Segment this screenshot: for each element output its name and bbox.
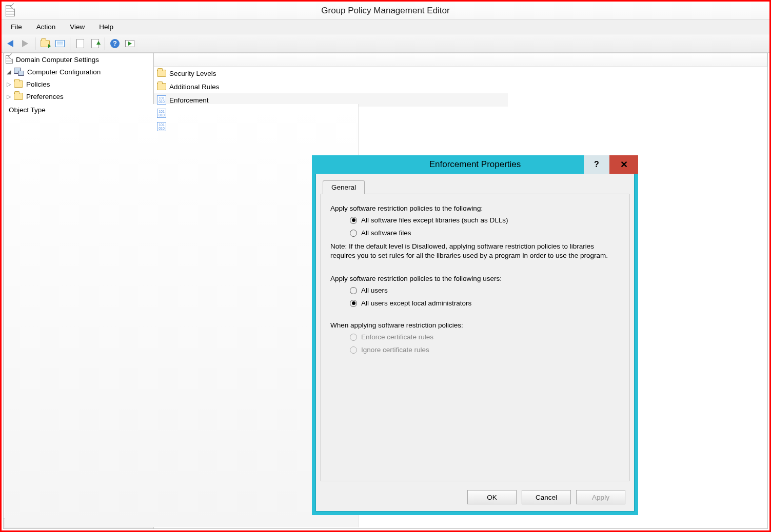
menu-bar: File Action View Help [2, 20, 769, 34]
radio-ignore-certificate-rules: Ignore certificate rules [350, 346, 620, 354]
expand-icon[interactable]: ▷ [6, 93, 12, 99]
apply-button: Apply [576, 490, 625, 504]
radio-icon [350, 230, 357, 237]
tree-computer-configuration[interactable]: ◢ Computer Configuration [4, 66, 153, 78]
export-button[interactable] [88, 37, 102, 50]
radio-icon [350, 287, 357, 294]
radio-all-users-except-admins[interactable]: All users except local administrators [350, 299, 620, 307]
list-item-label: Enforcement [169, 96, 209, 104]
title-bar: Group Policy Management Editor [2, 2, 769, 20]
list-item-label: Additional Rules [169, 83, 220, 91]
up-folder-button[interactable] [38, 37, 52, 50]
dialog-help-button[interactable]: ? [584, 155, 609, 174]
folder-icon [157, 83, 166, 90]
radio-label: All software files [361, 229, 411, 237]
folder-icon [14, 93, 23, 100]
arrow-left-icon [7, 40, 13, 47]
properties-button[interactable] [73, 37, 87, 50]
list-header: Object Type [154, 53, 767, 67]
folder-icon [14, 80, 23, 88]
tree-comp-preferences[interactable]: ▷ Preferences [4, 90, 153, 103]
menu-view[interactable]: View [63, 21, 92, 33]
policy-icon: 101010 [157, 95, 166, 105]
radio-label: All users except local administrators [361, 299, 471, 307]
radio-icon [350, 346, 357, 354]
radio-label: Ignore certificate rules [361, 346, 429, 354]
arrow-right-icon [22, 40, 28, 47]
collapse-icon[interactable]: ◢ [6, 69, 12, 75]
run-button[interactable] [123, 37, 136, 50]
panel-icon [55, 40, 65, 47]
export-icon [91, 39, 99, 48]
ok-button[interactable]: OK [467, 490, 517, 504]
properties-icon [76, 39, 84, 48]
dialog-close-button[interactable]: ✕ [609, 155, 638, 174]
radio-label: Enforce certificate rules [361, 333, 433, 341]
radio-icon [350, 334, 357, 341]
menu-help[interactable]: Help [92, 21, 121, 33]
tab-general[interactable]: General [323, 180, 365, 194]
radio-label: All users [361, 287, 388, 294]
enforcement-properties-dialog: Enforcement Properties ? ✕ General Apply… [312, 155, 638, 515]
tree-comp-policies[interactable]: ▷ Policies [4, 78, 153, 90]
menu-action[interactable]: Action [29, 21, 63, 33]
radio-label: All software files except libraries (suc… [361, 216, 508, 224]
folder-icon [157, 70, 166, 77]
tab-body-general: Apply software restriction policies to t… [321, 194, 629, 481]
column-object-type[interactable]: Object Type [5, 104, 359, 527]
show-hide-tree-button[interactable] [53, 37, 67, 50]
radio-enforce-certificate-rules: Enforce certificate rules [350, 333, 620, 341]
back-button[interactable] [4, 37, 17, 50]
list-item-additional-rules[interactable]: Additional Rules [154, 80, 767, 93]
section-apply-users-label: Apply software restriction policies to t… [330, 275, 620, 282]
play-icon [125, 40, 134, 47]
column-spacer [154, 53, 767, 66]
radio-all-software-files[interactable]: All software files [350, 229, 620, 237]
help-button[interactable]: ? [108, 37, 122, 50]
toolbar-separator [35, 37, 35, 50]
toolbar-separator [70, 37, 70, 50]
radio-icon [350, 217, 357, 224]
toolbar: ? [2, 34, 769, 53]
tree-label: Preferences [25, 93, 64, 100]
tab-strip: General [321, 179, 629, 194]
radio-icon [350, 300, 357, 307]
window-title: Group Policy Management Editor [2, 6, 769, 16]
tree-root[interactable]: Domain Computer Settings [4, 53, 153, 66]
list-item-label: Security Levels [169, 70, 216, 77]
cancel-button[interactable]: Cancel [522, 490, 571, 504]
folder-up-icon [41, 40, 50, 47]
expand-icon[interactable]: ▷ [6, 81, 12, 87]
app-icon [6, 5, 15, 16]
tree-label: Domain Computer Settings [15, 56, 99, 64]
tree-label: Policies [25, 80, 50, 88]
toolbar-separator [105, 37, 105, 50]
tree-label: Computer Configuration [26, 68, 101, 76]
computer-icon [14, 68, 24, 76]
forward-button[interactable] [18, 37, 32, 50]
policy-icon: 101010 [157, 122, 166, 131]
gpo-icon [6, 55, 13, 64]
dialog-titlebar[interactable]: Enforcement Properties ? ✕ [312, 155, 638, 174]
section-apply-files-label: Apply software restriction policies to t… [330, 204, 620, 212]
policy-icon: 101010 [157, 109, 166, 118]
section-certificate-label: When applying software restriction polic… [330, 321, 620, 329]
note-text: Note: If the default level is Disallowed… [330, 242, 620, 260]
dialog-buttons: OK Cancel Apply [467, 490, 625, 504]
help-icon: ? [110, 39, 120, 48]
menu-file[interactable]: File [4, 21, 29, 33]
list-item-security-levels[interactable]: Security Levels [154, 67, 767, 80]
radio-all-files-except-libraries[interactable]: All software files except libraries (suc… [350, 216, 620, 224]
radio-all-users[interactable]: All users [350, 287, 620, 294]
